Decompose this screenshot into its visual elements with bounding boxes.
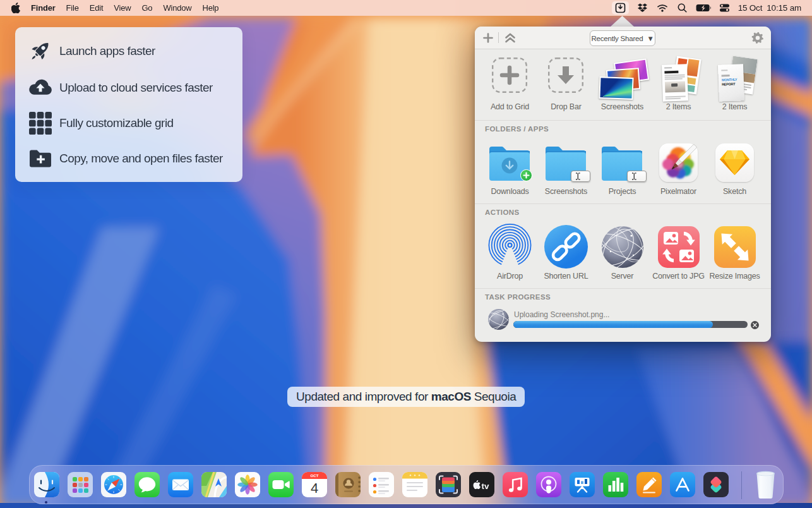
svg-text:tv: tv [482, 481, 489, 491]
svg-text:4: 4 [311, 480, 318, 496]
svg-text:OCT: OCT [310, 473, 318, 478]
